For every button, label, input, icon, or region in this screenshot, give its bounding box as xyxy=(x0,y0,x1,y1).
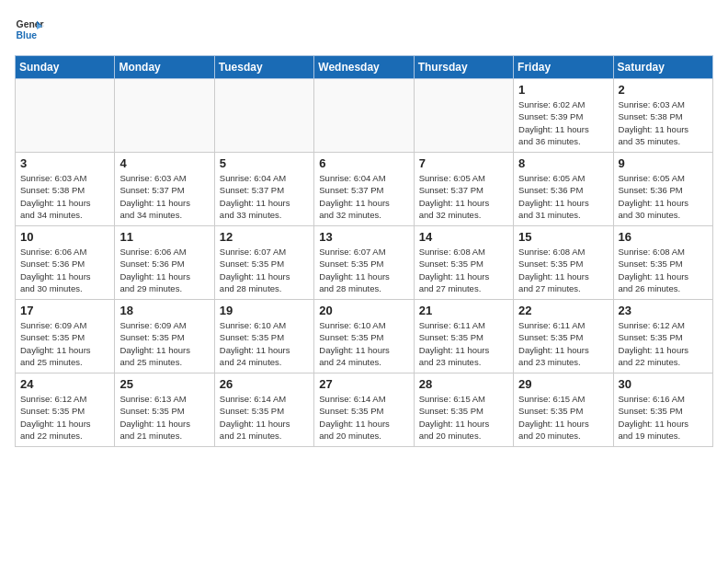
calendar-cell: 2Sunrise: 6:03 AM Sunset: 5:38 PM Daylig… xyxy=(613,79,712,153)
calendar-cell xyxy=(115,79,214,153)
calendar-table: SundayMondayTuesdayWednesdayThursdayFrid… xyxy=(15,55,713,447)
day-header-thursday: Thursday xyxy=(414,56,513,79)
day-number: 20 xyxy=(319,304,408,317)
day-info: Sunrise: 6:16 AM Sunset: 5:35 PM Dayligh… xyxy=(619,393,708,442)
day-header-friday: Friday xyxy=(514,56,613,79)
day-number: 15 xyxy=(518,230,608,244)
day-info: Sunrise: 6:14 AM Sunset: 5:35 PM Dayligh… xyxy=(319,393,408,442)
calendar-cell: 18Sunrise: 6:09 AM Sunset: 5:35 PM Dayli… xyxy=(115,300,214,373)
day-info: Sunrise: 6:08 AM Sunset: 5:35 PM Dayligh… xyxy=(619,246,708,294)
calendar-cell: 28Sunrise: 6:15 AM Sunset: 5:35 PM Dayli… xyxy=(414,373,513,447)
week-row-3: 17Sunrise: 6:09 AM Sunset: 5:35 PM Dayli… xyxy=(16,300,713,373)
day-header-sunday: Sunday xyxy=(16,56,115,79)
day-number: 1 xyxy=(518,83,608,97)
day-info: Sunrise: 6:03 AM Sunset: 5:37 PM Dayligh… xyxy=(119,172,209,221)
day-number: 11 xyxy=(119,230,209,244)
day-info: Sunrise: 6:07 AM Sunset: 5:35 PM Dayligh… xyxy=(220,246,309,294)
calendar-cell xyxy=(214,79,313,153)
day-info: Sunrise: 6:04 AM Sunset: 5:37 PM Dayligh… xyxy=(319,172,408,221)
day-number: 7 xyxy=(419,156,508,170)
day-info: Sunrise: 6:14 AM Sunset: 5:35 PM Dayligh… xyxy=(220,393,309,442)
day-number: 10 xyxy=(20,230,109,244)
calendar-cell: 11Sunrise: 6:06 AM Sunset: 5:36 PM Dayli… xyxy=(115,226,214,300)
day-info: Sunrise: 6:05 AM Sunset: 5:36 PM Dayligh… xyxy=(518,172,608,221)
logo-icon: General Blue xyxy=(15,15,44,44)
week-row-2: 10Sunrise: 6:06 AM Sunset: 5:36 PM Dayli… xyxy=(16,226,713,300)
day-info: Sunrise: 6:09 AM Sunset: 5:35 PM Dayligh… xyxy=(20,319,109,368)
day-info: Sunrise: 6:05 AM Sunset: 5:36 PM Dayligh… xyxy=(619,172,708,221)
calendar-cell: 14Sunrise: 6:08 AM Sunset: 5:35 PM Dayli… xyxy=(414,226,513,300)
day-number: 16 xyxy=(619,230,708,244)
logo: General Blue xyxy=(15,15,44,44)
svg-text:Blue: Blue xyxy=(17,30,38,40)
day-info: Sunrise: 6:04 AM Sunset: 5:37 PM Dayligh… xyxy=(220,172,309,221)
calendar-cell: 4Sunrise: 6:03 AM Sunset: 5:37 PM Daylig… xyxy=(115,153,214,226)
calendar-cell: 17Sunrise: 6:09 AM Sunset: 5:35 PM Dayli… xyxy=(16,300,115,373)
day-header-monday: Monday xyxy=(115,56,214,79)
calendar-cell: 3Sunrise: 6:03 AM Sunset: 5:38 PM Daylig… xyxy=(16,153,115,226)
calendar-cell: 24Sunrise: 6:12 AM Sunset: 5:35 PM Dayli… xyxy=(16,373,115,447)
calendar-cell: 8Sunrise: 6:05 AM Sunset: 5:36 PM Daylig… xyxy=(514,153,613,226)
calendar-cell: 22Sunrise: 6:11 AM Sunset: 5:35 PM Dayli… xyxy=(514,300,613,373)
day-number: 2 xyxy=(619,83,708,97)
day-number: 13 xyxy=(319,230,408,244)
day-number: 21 xyxy=(419,304,508,317)
day-info: Sunrise: 6:06 AM Sunset: 5:36 PM Dayligh… xyxy=(119,246,209,294)
day-number: 17 xyxy=(20,304,109,317)
week-row-1: 3Sunrise: 6:03 AM Sunset: 5:38 PM Daylig… xyxy=(16,153,713,226)
calendar-cell: 7Sunrise: 6:05 AM Sunset: 5:37 PM Daylig… xyxy=(414,153,513,226)
day-info: Sunrise: 6:02 AM Sunset: 5:39 PM Dayligh… xyxy=(518,98,608,147)
day-info: Sunrise: 6:09 AM Sunset: 5:35 PM Dayligh… xyxy=(119,319,209,368)
day-number: 26 xyxy=(220,377,309,391)
day-info: Sunrise: 6:12 AM Sunset: 5:35 PM Dayligh… xyxy=(20,393,109,442)
calendar-cell: 16Sunrise: 6:08 AM Sunset: 5:35 PM Dayli… xyxy=(613,226,712,300)
day-header-wednesday: Wednesday xyxy=(314,56,414,79)
day-number: 22 xyxy=(518,304,608,317)
header-row: SundayMondayTuesdayWednesdayThursdayFrid… xyxy=(16,56,713,79)
calendar-cell: 13Sunrise: 6:07 AM Sunset: 5:35 PM Dayli… xyxy=(314,226,414,300)
calendar-cell: 1Sunrise: 6:02 AM Sunset: 5:39 PM Daylig… xyxy=(514,79,613,153)
day-number: 14 xyxy=(419,230,508,244)
day-number: 3 xyxy=(20,156,109,170)
day-info: Sunrise: 6:07 AM Sunset: 5:35 PM Dayligh… xyxy=(319,246,408,294)
day-number: 6 xyxy=(319,156,408,170)
day-info: Sunrise: 6:08 AM Sunset: 5:35 PM Dayligh… xyxy=(518,246,608,294)
page-header: General Blue xyxy=(15,15,713,44)
day-header-saturday: Saturday xyxy=(613,56,712,79)
day-info: Sunrise: 6:15 AM Sunset: 5:35 PM Dayligh… xyxy=(518,393,608,442)
day-info: Sunrise: 6:12 AM Sunset: 5:35 PM Dayligh… xyxy=(619,319,708,368)
day-info: Sunrise: 6:10 AM Sunset: 5:35 PM Dayligh… xyxy=(319,319,408,368)
calendar-cell: 12Sunrise: 6:07 AM Sunset: 5:35 PM Dayli… xyxy=(214,226,313,300)
day-number: 29 xyxy=(518,377,608,391)
day-info: Sunrise: 6:06 AM Sunset: 5:36 PM Dayligh… xyxy=(20,246,109,294)
day-number: 23 xyxy=(619,304,708,317)
day-number: 24 xyxy=(20,377,109,391)
day-number: 18 xyxy=(119,304,209,317)
calendar-cell: 6Sunrise: 6:04 AM Sunset: 5:37 PM Daylig… xyxy=(314,153,414,226)
day-number: 28 xyxy=(419,377,508,391)
week-row-0: 1Sunrise: 6:02 AM Sunset: 5:39 PM Daylig… xyxy=(16,79,713,153)
calendar-cell xyxy=(314,79,414,153)
day-info: Sunrise: 6:10 AM Sunset: 5:35 PM Dayligh… xyxy=(220,319,309,368)
calendar-cell: 9Sunrise: 6:05 AM Sunset: 5:36 PM Daylig… xyxy=(613,153,712,226)
calendar-cell: 30Sunrise: 6:16 AM Sunset: 5:35 PM Dayli… xyxy=(613,373,712,447)
day-info: Sunrise: 6:03 AM Sunset: 5:38 PM Dayligh… xyxy=(619,98,708,147)
calendar-cell: 29Sunrise: 6:15 AM Sunset: 5:35 PM Dayli… xyxy=(514,373,613,447)
day-info: Sunrise: 6:08 AM Sunset: 5:35 PM Dayligh… xyxy=(419,246,508,294)
calendar-cell xyxy=(414,79,513,153)
calendar-cell: 23Sunrise: 6:12 AM Sunset: 5:35 PM Dayli… xyxy=(613,300,712,373)
day-number: 27 xyxy=(319,377,408,391)
calendar-cell: 15Sunrise: 6:08 AM Sunset: 5:35 PM Dayli… xyxy=(514,226,613,300)
day-number: 12 xyxy=(220,230,309,244)
calendar-cell: 25Sunrise: 6:13 AM Sunset: 5:35 PM Dayli… xyxy=(115,373,214,447)
day-header-tuesday: Tuesday xyxy=(214,56,313,79)
day-info: Sunrise: 6:13 AM Sunset: 5:35 PM Dayligh… xyxy=(119,393,209,442)
day-number: 8 xyxy=(518,156,608,170)
calendar-cell: 21Sunrise: 6:11 AM Sunset: 5:35 PM Dayli… xyxy=(414,300,513,373)
day-number: 19 xyxy=(220,304,309,317)
day-info: Sunrise: 6:03 AM Sunset: 5:38 PM Dayligh… xyxy=(20,172,109,221)
calendar-cell: 27Sunrise: 6:14 AM Sunset: 5:35 PM Dayli… xyxy=(314,373,414,447)
day-info: Sunrise: 6:15 AM Sunset: 5:35 PM Dayligh… xyxy=(419,393,508,442)
day-number: 9 xyxy=(619,156,708,170)
calendar-cell: 19Sunrise: 6:10 AM Sunset: 5:35 PM Dayli… xyxy=(214,300,313,373)
